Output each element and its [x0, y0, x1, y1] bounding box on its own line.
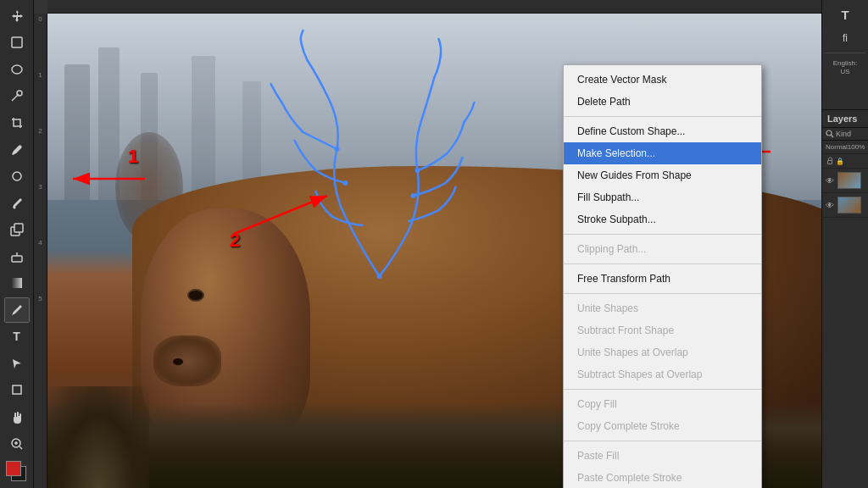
layer-thumbnail-2	[837, 197, 861, 214]
ruler-top	[47, 0, 821, 14]
menu-separator-3	[564, 263, 761, 264]
canvas-area: 0 1 2 3 4 5	[34, 0, 821, 488]
layers-panel-header: Layers	[822, 110, 868, 128]
svg-rect-25	[828, 161, 832, 164]
tool-gradient[interactable]	[4, 270, 30, 296]
menu-item-stroke-subpath[interactable]: Stroke Subpath...	[564, 208, 761, 230]
menu-separator-6	[564, 441, 761, 441]
svg-rect-7	[12, 256, 22, 262]
tool-lasso[interactable]	[4, 57, 30, 82]
layer-visibility-1[interactable]: 👁	[826, 176, 834, 186]
menu-item-delete-path[interactable]: Delete Path	[564, 91, 761, 113]
svg-point-1	[12, 65, 22, 74]
menu-item-copy-fill: Copy Fill	[564, 393, 761, 415]
ruler-mark-2: 2	[34, 125, 47, 135]
canvas-inner: 1 2 Create Vector Mask Delete Path Defi	[47, 14, 821, 488]
tool-zoom[interactable]	[4, 431, 30, 457]
layer-visibility-2[interactable]: 👁	[826, 201, 834, 210]
menu-item-clipping-path: Clipping Path...	[564, 238, 761, 260]
tool-shapes[interactable]	[4, 378, 30, 403]
tool-spot-heal[interactable]	[4, 164, 30, 189]
layers-opacity-label: 100%	[848, 143, 865, 151]
tool-eraser[interactable]	[4, 244, 30, 269]
tool-eyedropper[interactable]	[4, 137, 30, 163]
menu-item-unite-shapes: Unite Shapes	[564, 297, 761, 319]
svg-point-2	[17, 91, 22, 96]
lock-options: 🔒	[836, 158, 844, 165]
menu-item-define-custom-shape[interactable]: Define Custom Shape...	[564, 120, 761, 142]
menu-item-copy-complete-stroke: Copy Complete Stroke	[564, 415, 761, 437]
tool-select[interactable]	[4, 30, 30, 56]
menu-item-unite-overlap: Unite Shapes at Overlap	[564, 341, 761, 363]
menu-item-subtract-overlap: Subtract Shapes at Overlap	[564, 363, 761, 385]
tool-clone[interactable]	[4, 217, 30, 242]
menu-separator-4	[564, 293, 761, 294]
svg-rect-8	[12, 278, 22, 288]
layers-kind-label: Kind	[836, 130, 851, 138]
menu-item-new-guides[interactable]: New Guides From Shape	[564, 164, 761, 186]
layer-thumbnail-1	[837, 172, 861, 189]
tool-brush[interactable]	[4, 191, 30, 216]
layer-item-1[interactable]: 👁	[822, 169, 868, 193]
context-menu: Create Vector Mask Delete Path Define Cu…	[563, 64, 762, 488]
menu-separator-5	[564, 389, 761, 390]
right-tool-fi[interactable]: fi	[834, 27, 856, 49]
lock-icon	[826, 157, 834, 165]
svg-line-24	[832, 136, 834, 138]
menu-item-paste-complete-stroke: Paste Complete Stroke	[564, 467, 761, 488]
right-language-label: English:US	[834, 57, 856, 79]
svg-point-4	[13, 206, 15, 208]
right-panel: T fi English:US Layers Kind Normal 100% …	[821, 0, 868, 488]
menu-item-free-transform[interactable]: Free Transform Path	[564, 268, 761, 290]
annotation-number-2: 2	[230, 230, 240, 252]
menu-item-fill-subpath[interactable]: Fill Subpath...	[564, 186, 761, 208]
svg-rect-0	[12, 37, 22, 47]
layers-normal-label: Normal	[826, 143, 848, 151]
svg-point-23	[826, 130, 832, 136]
svg-point-3	[13, 172, 21, 180]
menu-separator-2	[564, 234, 761, 235]
app-container: T 0 1 2 3 4 5	[0, 0, 868, 488]
tool-magic-wand[interactable]	[4, 84, 30, 109]
menu-item-subtract-front: Subtract Front Shape	[564, 319, 761, 341]
menu-item-create-vector-mask[interactable]: Create Vector Mask	[564, 69, 761, 91]
tool-text[interactable]: T	[4, 324, 30, 350]
tool-move[interactable]	[4, 3, 30, 29]
tool-pen[interactable]	[4, 297, 30, 323]
menu-separator-1	[564, 116, 761, 117]
layers-search-bar: Kind	[822, 128, 868, 141]
layer-item-2[interactable]: 👁	[822, 193, 868, 218]
left-toolbar: T	[0, 0, 34, 488]
annotation-number-1: 1	[128, 146, 138, 168]
right-panel-tools: T fi English:US	[822, 0, 868, 110]
menu-item-make-selection[interactable]: Make Selection...	[564, 142, 761, 164]
menu-item-paste-fill: Paste Fill	[564, 445, 761, 467]
svg-rect-10	[13, 385, 21, 394]
tool-hand[interactable]	[4, 404, 30, 430]
foreground-color[interactable]	[4, 459, 30, 485]
ruler-left: 0 1 2 3 4 5	[34, 14, 47, 488]
ruler-mark-4: 4	[34, 237, 47, 247]
right-tool-text[interactable]: T	[834, 3, 856, 25]
layers-panel: Layers Kind Normal 100% 🔒 👁 👁	[822, 110, 868, 488]
ruler-mark-1: 1	[34, 69, 47, 79]
ruler-mark-0: 0	[34, 14, 47, 23]
ruler-mark-3: 3	[34, 181, 47, 191]
svg-point-9	[13, 313, 14, 314]
tool-path-select[interactable]	[4, 351, 30, 376]
svg-rect-6	[14, 224, 23, 232]
ruler-mark-5: 5	[34, 293, 47, 302]
tool-crop[interactable]	[4, 110, 30, 136]
